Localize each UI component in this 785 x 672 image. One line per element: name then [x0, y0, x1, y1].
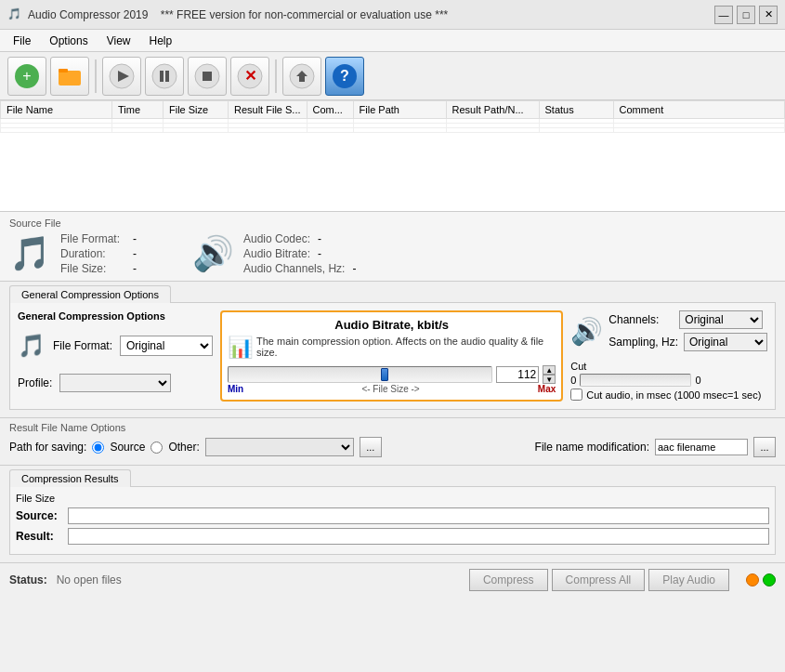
- audio-info: Audio Codec: - Audio Bitrate: - Audio Ch…: [243, 232, 356, 275]
- col-resultpath[interactable]: Result Path/N...: [446, 101, 539, 119]
- svg-text:+: +: [22, 68, 31, 84]
- stop-button[interactable]: [188, 57, 227, 96]
- svg-rect-8: [165, 71, 169, 82]
- cut-val-left: 0: [570, 375, 576, 386]
- channels-icon: 🔊: [570, 316, 603, 347]
- audio-channels-label: Audio Channels, Hz:: [243, 262, 345, 275]
- channels-label: Channels:: [608, 313, 674, 326]
- browse-button[interactable]: ...: [360, 437, 382, 457]
- results-section: Compression Results File Size Source: Re…: [0, 466, 785, 562]
- compression-tab[interactable]: General Compression Options: [9, 285, 171, 303]
- bitrate-axis-label: <- File Size ->: [361, 384, 419, 394]
- source-radio[interactable]: [92, 441, 104, 454]
- results-tab[interactable]: Compression Results: [9, 469, 131, 487]
- col-filename[interactable]: File Name: [1, 101, 112, 119]
- minimize-button[interactable]: —: [714, 6, 733, 24]
- toolbar-separator-2: [275, 59, 277, 93]
- bitrate-down-arrow[interactable]: ▼: [543, 375, 556, 384]
- app-name: Audio Compressor 2019: [28, 8, 148, 21]
- bitrate-arrows: ▲ ▼: [543, 365, 556, 384]
- col-filepath[interactable]: File Path: [353, 101, 446, 119]
- bitrate-slider-thumb[interactable]: [381, 368, 388, 381]
- audio-codec-icon: 🔊: [192, 234, 234, 273]
- clear-button[interactable]: [282, 57, 321, 96]
- audio-codec-value: -: [318, 232, 321, 245]
- source-radio-label: Source: [110, 441, 145, 454]
- compress-all-button[interactable]: Compress All: [552, 569, 646, 591]
- channels-section: 🔊 Channels: Original 1 (Mono) 2 (Stereo)…: [570, 310, 767, 401]
- svg-rect-10: [203, 72, 212, 81]
- result-options-title: Result File Name Options: [9, 422, 776, 433]
- status-bar: Status: No open files Compress Compress …: [0, 562, 785, 596]
- compression-section: General Compression Options General Comp…: [0, 282, 785, 418]
- col-resultsize[interactable]: Result File S...: [229, 101, 307, 119]
- file-format-select[interactable]: Original MP3 AAC OGG: [120, 336, 213, 356]
- indicator-dot-green: [763, 573, 776, 586]
- col-filesize[interactable]: File Size: [164, 101, 229, 119]
- source-file-icon: 🎵: [9, 234, 51, 273]
- bitrate-title: Audio Bitrate, kbit/s: [228, 318, 556, 332]
- source-file-title: Source File: [9, 217, 776, 229]
- file-format-label: File Format:: [60, 232, 125, 245]
- bitrate-desc-icon: 📊: [228, 336, 253, 360]
- source-bar-label: Source:: [16, 509, 62, 522]
- other-path-combo[interactable]: [205, 438, 354, 456]
- svg-rect-7: [160, 71, 164, 82]
- add-file-button[interactable]: +: [7, 57, 46, 96]
- delete-button[interactable]: ✕: [230, 57, 269, 96]
- open-folder-button[interactable]: [50, 57, 89, 96]
- bitrate-value-input[interactable]: [496, 366, 539, 383]
- help-button[interactable]: ?: [325, 57, 364, 96]
- result-options-section: Result File Name Options Path for saving…: [0, 418, 785, 466]
- duration-label: Duration:: [60, 247, 125, 260]
- svg-text:?: ?: [340, 68, 349, 84]
- app-subtitle: *** FREE version for non-commercial or e…: [161, 8, 448, 21]
- file-table: File Name Time File Size Result File S..…: [0, 100, 785, 133]
- bitrate-panel: Audio Bitrate, kbit/s 📊 The main compres…: [220, 310, 563, 402]
- toolbar: + ✕: [0, 52, 785, 100]
- format-icon: 🎵: [18, 333, 46, 359]
- comp-section-title: General Compression Options: [18, 310, 213, 322]
- compress-button[interactable]: Compress: [469, 569, 548, 591]
- filename-browse-button[interactable]: ...: [753, 437, 776, 457]
- profile-select[interactable]: [59, 374, 171, 392]
- menu-bar: File Options View Help: [0, 30, 785, 52]
- result-bar-label: Result:: [16, 530, 62, 543]
- col-comp[interactable]: Com...: [307, 101, 353, 119]
- col-comment[interactable]: Comment: [613, 101, 784, 119]
- sampling-select[interactable]: Original 44100 48000: [684, 333, 767, 351]
- audio-channels-value: -: [352, 262, 356, 275]
- cut-audio-label: Cut audio, in msec (1000 msec=1 sec): [586, 389, 761, 401]
- menu-file[interactable]: File: [4, 33, 40, 49]
- audio-bitrate-label: Audio Bitrate:: [243, 247, 310, 260]
- duration-value: -: [133, 247, 137, 260]
- path-for-saving-label: Path for saving:: [9, 441, 86, 454]
- source-bar: [68, 507, 769, 524]
- bitrate-slider-track[interactable]: [228, 366, 492, 383]
- cut-slider-track[interactable]: [580, 374, 691, 387]
- col-status[interactable]: Status: [539, 101, 613, 119]
- filename-mod-label: File name modification:: [535, 441, 649, 454]
- close-button[interactable]: ✕: [759, 6, 778, 24]
- menu-help[interactable]: Help: [140, 33, 182, 49]
- app-icon: 🎵: [7, 7, 22, 22]
- profile-label: Profile:: [18, 376, 52, 389]
- channels-select[interactable]: Original 1 (Mono) 2 (Stereo): [679, 310, 763, 329]
- play-audio-button[interactable]: Play Audio: [648, 569, 729, 591]
- filename-mod-input[interactable]: [655, 439, 748, 455]
- bitrate-up-arrow[interactable]: ▲: [543, 365, 556, 375]
- sampling-label: Sampling, Hz:: [608, 336, 678, 349]
- source-file-section: Source File 🎵 File Format: - Duration: -…: [0, 212, 785, 282]
- menu-options[interactable]: Options: [40, 33, 97, 49]
- cut-audio-checkbox[interactable]: [570, 389, 582, 401]
- pause-button[interactable]: [145, 57, 184, 96]
- svg-rect-2: [59, 71, 81, 86]
- play-button[interactable]: [102, 57, 141, 96]
- other-radio[interactable]: [150, 441, 163, 454]
- maximize-button[interactable]: □: [737, 6, 755, 24]
- cut-val-right: 0: [695, 375, 700, 386]
- status-text: No open files: [57, 573, 122, 586]
- col-time[interactable]: Time: [112, 101, 164, 119]
- audio-codec-label: Audio Codec:: [243, 232, 310, 245]
- menu-view[interactable]: View: [98, 33, 140, 49]
